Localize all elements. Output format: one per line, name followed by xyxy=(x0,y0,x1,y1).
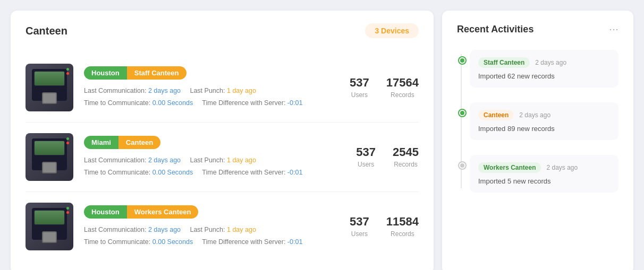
badge-location: Houston xyxy=(84,205,127,219)
time-ago: 2 days ago xyxy=(519,111,550,119)
last-comm-value: 2 days ago xyxy=(148,156,181,164)
timeline-dot xyxy=(459,57,465,64)
last-comm-label: Last Communication: xyxy=(84,87,146,94)
device-screen xyxy=(35,141,64,155)
device-info: Houston Staff Canteen Last Communication… xyxy=(84,66,339,109)
last-punch-value: 1 day ago xyxy=(227,156,256,164)
activity-tag: Staff Canteen xyxy=(478,57,530,68)
timeline-item: Workers Canteen 2 days ago Imported 5 ne… xyxy=(470,155,618,193)
time-diff-label: Time Difference with Server: xyxy=(202,169,285,176)
records-value: 2545 xyxy=(393,145,419,159)
badge-name: Canteen xyxy=(118,136,160,149)
activity-tags: Workers Canteen 2 days ago xyxy=(478,162,610,173)
activity-card: Canteen 2 days ago Imported 89 new recor… xyxy=(470,102,618,140)
device-meta: Last Communication: 2 days ago Last Punc… xyxy=(84,154,345,178)
activity-card: Workers Canteen 2 days ago Imported 5 ne… xyxy=(470,155,618,193)
badge-location: Houston xyxy=(84,66,127,80)
activity-tags: Staff Canteen 2 days ago xyxy=(478,57,610,68)
canteen-panel: Canteen 3 Devices Houston Staff Canteen … xyxy=(11,11,434,270)
records-value: 11584 xyxy=(386,215,419,229)
timeline: Staff Canteen 2 days ago Imported 62 new… xyxy=(457,50,618,193)
users-value: 537 xyxy=(350,76,369,90)
device-screen xyxy=(35,211,64,224)
device-scanner xyxy=(42,92,57,104)
time-diff-value: -0:01 xyxy=(287,99,303,107)
activity-tag: Canteen xyxy=(478,110,514,120)
led-green xyxy=(66,137,69,140)
time-to-comm-label: Time to Communicate: xyxy=(84,169,150,176)
device-name-row: Houston Workers Canteen xyxy=(84,205,339,219)
records-label: Records xyxy=(394,161,418,168)
devices-badge: 3 Devices xyxy=(365,23,419,38)
device-leds xyxy=(66,68,69,75)
users-value: 537 xyxy=(350,215,369,229)
device-info: Miami Canteen Last Communication: 2 days… xyxy=(84,136,345,178)
time-ago: 2 days ago xyxy=(535,59,566,66)
users-label: Users xyxy=(351,230,368,238)
timeline-item: Canteen 2 days ago Imported 89 new recor… xyxy=(470,102,618,140)
badge-name: Staff Canteen xyxy=(127,66,187,80)
time-to-comm-label: Time to Communicate: xyxy=(84,99,150,107)
timeline-dot xyxy=(459,162,465,169)
time-to-comm-value: 0.00 Seconds xyxy=(152,238,193,246)
users-value: 537 xyxy=(356,145,376,159)
records-label: Records xyxy=(391,91,414,99)
stat-records: 11584 Records xyxy=(386,215,419,238)
device-card: Houston Staff Canteen Last Communication… xyxy=(26,53,419,123)
panel-title: Canteen xyxy=(26,25,67,37)
device-name-row: Houston Staff Canteen xyxy=(84,66,339,80)
stat-users: 537 Users xyxy=(350,215,369,238)
device-stats: 537 Users 2545 Records xyxy=(356,145,419,169)
device-image xyxy=(26,133,73,181)
badge-name: Workers Canteen xyxy=(127,205,199,219)
activity-description: Imported 89 new records xyxy=(478,125,610,133)
last-punch-value: 1 day ago xyxy=(227,87,256,94)
badge-location: Miami xyxy=(84,136,118,149)
activity-header: Recent Activities ⋯ xyxy=(457,23,618,35)
device-stats: 537 Users 17564 Records xyxy=(350,76,419,99)
time-ago: 2 days ago xyxy=(546,164,578,171)
led-red xyxy=(66,142,69,144)
time-to-comm-label: Time to Communicate: xyxy=(84,238,150,246)
activity-tags: Canteen 2 days ago xyxy=(478,110,610,120)
activity-tag: Workers Canteen xyxy=(478,162,541,173)
time-to-comm-value: 0.00 Seconds xyxy=(152,99,193,107)
users-label: Users xyxy=(358,161,374,168)
panel-header: Canteen 3 Devices xyxy=(26,23,419,38)
last-punch-value: 1 day ago xyxy=(227,226,256,233)
device-scanner xyxy=(42,231,57,243)
led-red xyxy=(66,72,69,75)
led-green xyxy=(66,68,69,71)
device-info: Houston Workers Canteen Last Communicati… xyxy=(84,205,339,248)
records-label: Records xyxy=(391,230,414,238)
device-leds xyxy=(66,207,69,214)
device-image xyxy=(26,64,73,111)
timeline-dot xyxy=(459,110,465,116)
stat-users: 537 Users xyxy=(356,145,376,169)
activity-panel: Recent Activities ⋯ Staff Canteen 2 days… xyxy=(442,11,633,270)
stat-records: 17564 Records xyxy=(386,76,419,99)
last-comm-label: Last Communication: xyxy=(84,226,146,233)
device-stats: 537 Users 11584 Records xyxy=(350,215,419,238)
device-meta: Last Communication: 2 days ago Last Punc… xyxy=(84,224,339,248)
last-punch-label: Last Punch: xyxy=(190,226,225,233)
device-card: Miami Canteen Last Communication: 2 days… xyxy=(26,123,419,192)
time-diff-value: -0:01 xyxy=(287,169,303,176)
device-name-row: Miami Canteen xyxy=(84,136,345,149)
stat-records: 2545 Records xyxy=(393,145,419,169)
time-diff-value: -0:01 xyxy=(287,238,303,246)
led-red xyxy=(66,211,69,214)
last-comm-value: 2 days ago xyxy=(148,226,181,233)
led-green xyxy=(66,207,69,210)
records-value: 17564 xyxy=(386,76,419,90)
device-leds xyxy=(66,137,69,144)
device-screen xyxy=(35,72,64,85)
activity-card: Staff Canteen 2 days ago Imported 62 new… xyxy=(470,50,618,88)
stat-users: 537 Users xyxy=(350,76,369,99)
more-options-icon[interactable]: ⋯ xyxy=(609,23,618,35)
users-label: Users xyxy=(351,91,368,99)
activity-title: Recent Activities xyxy=(457,24,533,35)
last-punch-label: Last Punch: xyxy=(190,156,225,164)
last-comm-label: Last Communication: xyxy=(84,156,146,164)
last-comm-value: 2 days ago xyxy=(148,87,181,94)
